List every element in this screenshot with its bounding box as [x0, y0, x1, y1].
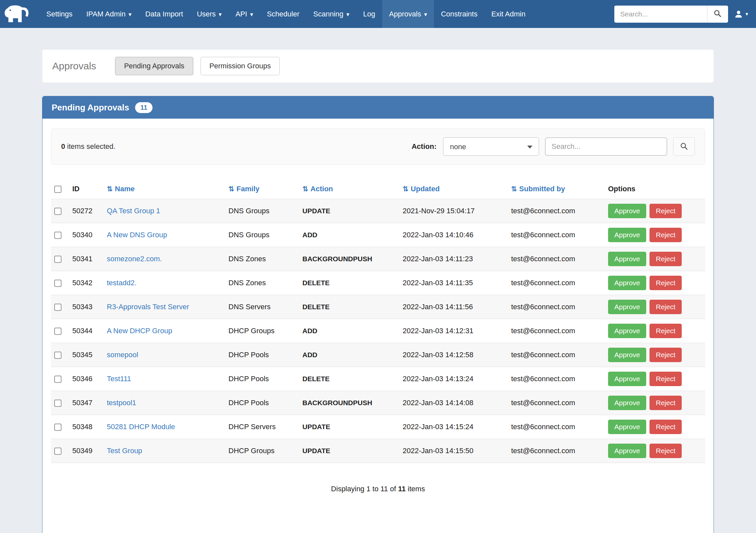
action-select[interactable]: none: [443, 137, 539, 156]
reject-button[interactable]: Reject: [650, 252, 682, 266]
row-submitted-by: test@6connect.com: [508, 199, 605, 223]
row-updated: 2022-Jan-03 14:11:56: [399, 295, 508, 319]
row-checkbox[interactable]: [54, 280, 62, 287]
nav-item-users[interactable]: Users▾: [190, 0, 229, 28]
table-row: 50344 A New DHCP Group DHCP Groups ADD 2…: [51, 319, 705, 343]
reject-button[interactable]: Reject: [650, 420, 682, 434]
caret-down-icon: ▾: [219, 12, 222, 17]
reject-button[interactable]: Reject: [650, 228, 682, 242]
approve-button[interactable]: Approve: [608, 276, 646, 290]
nav-item-approvals[interactable]: Approvals▾: [382, 0, 434, 28]
nav-item-exit-admin[interactable]: Exit Admin: [484, 0, 532, 28]
column-header-family[interactable]: ⇅Family: [225, 179, 299, 199]
row-id: 50340: [69, 223, 103, 247]
nav-item-constraints[interactable]: Constraints: [434, 0, 484, 28]
select-all-checkbox[interactable]: [54, 186, 62, 193]
row-name-link[interactable]: A New DNS Group: [107, 231, 167, 239]
global-search-input[interactable]: [614, 6, 707, 23]
column-header-name[interactable]: ⇅Name: [103, 179, 225, 199]
pagination-count: 11: [398, 485, 406, 493]
reject-button[interactable]: Reject: [650, 372, 682, 386]
row-checkbox[interactable]: [54, 232, 62, 239]
sort-icon: ⇅: [403, 185, 409, 193]
nav-item-label: Constraints: [441, 10, 477, 18]
row-id: 50346: [69, 367, 103, 391]
selection-status: 0 items selected.: [61, 142, 115, 151]
approve-button[interactable]: Approve: [608, 348, 646, 362]
nav-item-data-import[interactable]: Data Import: [138, 0, 190, 28]
row-updated: 2021-Nov-29 15:04:17: [399, 199, 508, 223]
approve-button[interactable]: Approve: [608, 300, 646, 314]
nav-item-scanning[interactable]: Scanning▾: [306, 0, 356, 28]
column-header-updated[interactable]: ⇅Updated: [399, 179, 508, 199]
tab-pending-approvals[interactable]: Pending Approvals: [115, 57, 193, 75]
row-family: DNS Zones: [225, 271, 299, 295]
nav-item-log[interactable]: Log: [356, 0, 382, 28]
approve-button[interactable]: Approve: [608, 396, 646, 410]
tab-permission-groups[interactable]: Permission Groups: [201, 57, 280, 75]
approve-button[interactable]: Approve: [608, 420, 646, 434]
approve-button[interactable]: Approve: [608, 204, 646, 218]
sort-icon: ⇅: [107, 185, 113, 193]
row-checkbox[interactable]: [54, 447, 62, 455]
nav-item-label: Log: [363, 10, 375, 18]
top-navbar: Settings IPAM Admin▾ Data Import Users▾ …: [0, 0, 756, 28]
row-id: 50344: [69, 319, 103, 343]
row-checkbox[interactable]: [54, 256, 62, 263]
approve-button[interactable]: Approve: [608, 372, 646, 386]
row-id: 50349: [69, 439, 103, 463]
reject-button[interactable]: Reject: [650, 300, 682, 314]
row-checkbox[interactable]: [54, 400, 62, 407]
approve-button[interactable]: Approve: [608, 444, 646, 458]
count-badge: 11: [135, 102, 152, 113]
logo[interactable]: [3, 0, 30, 28]
row-submitted-by: test@6connect.com: [508, 295, 605, 319]
row-updated: 2022-Jan-03 14:11:35: [399, 271, 508, 295]
approve-button[interactable]: Approve: [608, 252, 646, 266]
column-header-options: Options: [605, 179, 705, 199]
row-checkbox[interactable]: [54, 352, 62, 359]
row-name-link[interactable]: somezone2.com.: [107, 255, 162, 263]
reject-button[interactable]: Reject: [650, 324, 682, 338]
column-label: Name: [115, 185, 135, 193]
user-menu[interactable]: ▾: [734, 10, 748, 19]
row-name-link[interactable]: R3-Approvals Test Server: [107, 303, 189, 311]
row-name-link[interactable]: somepool: [107, 351, 138, 359]
approve-button[interactable]: Approve: [608, 228, 646, 242]
approve-button[interactable]: Approve: [608, 324, 646, 338]
nav-item-ipam-admin[interactable]: IPAM Admin▾: [80, 0, 138, 28]
table-search-button[interactable]: [673, 137, 695, 156]
row-checkbox[interactable]: [54, 328, 62, 335]
row-checkbox[interactable]: [54, 424, 62, 431]
row-submitted-by: test@6connect.com: [508, 271, 605, 295]
reject-button[interactable]: Reject: [650, 276, 682, 290]
table-search-input[interactable]: [545, 137, 667, 156]
row-name-link[interactable]: QA Test Group 1: [107, 207, 160, 215]
table-row: 50343 R3-Approvals Test Server DNS Serve…: [51, 295, 705, 319]
nav-item-settings[interactable]: Settings: [40, 0, 80, 28]
row-checkbox[interactable]: [54, 208, 62, 215]
row-checkbox[interactable]: [54, 376, 62, 383]
reject-button[interactable]: Reject: [650, 204, 682, 218]
row-name-link[interactable]: Test Group: [107, 446, 142, 455]
nav-item-label: Data Import: [145, 10, 183, 18]
column-header-submitted-by[interactable]: ⇅Submitted by: [508, 179, 605, 199]
row-action: ADD: [299, 319, 399, 343]
row-name-link[interactable]: A New DHCP Group: [107, 327, 172, 335]
sort-icon: ⇅: [229, 185, 234, 193]
column-header-action[interactable]: ⇅Action: [299, 179, 399, 199]
nav-item-scheduler[interactable]: Scheduler: [260, 0, 306, 28]
row-action: UPDATE: [299, 415, 399, 439]
reject-button[interactable]: Reject: [650, 396, 682, 410]
row-name-link[interactable]: Test111: [107, 375, 131, 383]
nav-item-api[interactable]: API▾: [229, 0, 260, 28]
row-action: ADD: [299, 343, 399, 367]
row-name-link[interactable]: testadd2.: [107, 279, 137, 287]
row-name-link[interactable]: testpool1: [107, 399, 136, 407]
reject-button[interactable]: Reject: [650, 444, 682, 458]
global-search-button[interactable]: [707, 6, 728, 23]
page-content: Approvals Pending Approvals Permission G…: [0, 49, 756, 533]
row-checkbox[interactable]: [54, 304, 62, 311]
row-name-link[interactable]: 50281 DHCP Module: [107, 423, 175, 431]
reject-button[interactable]: Reject: [650, 348, 682, 362]
